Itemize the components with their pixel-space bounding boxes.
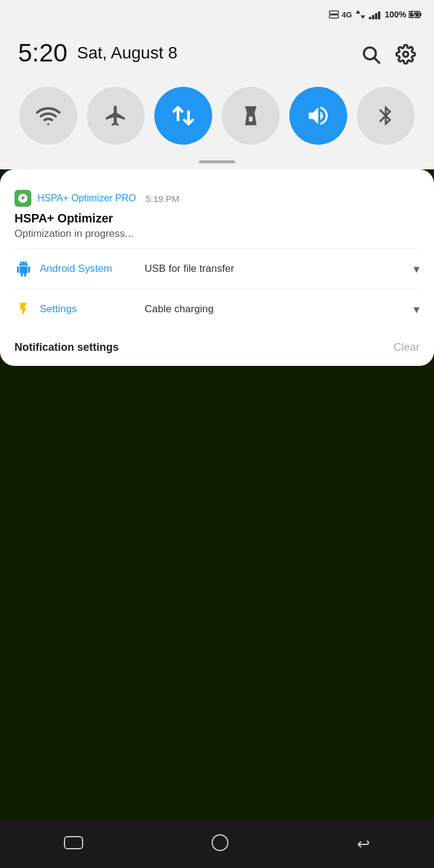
signal-icon <box>369 10 382 19</box>
settings-button[interactable] <box>395 42 416 64</box>
clear-button[interactable]: Clear <box>394 341 420 354</box>
hspa-app-name: HSPA+ Optimizer PRO <box>37 193 136 204</box>
recents-icon <box>64 836 83 849</box>
header-actions <box>360 42 416 64</box>
android-system-desc: USB for file transfer <box>145 263 409 275</box>
notif-header-hspa: HSPA+ Optimizer PRO 5:19 PM <box>14 190 420 207</box>
hspa-time: 5:19 PM <box>146 193 180 204</box>
notification-settings-button[interactable]: Notification settings <box>14 341 119 354</box>
home-button[interactable] <box>212 834 228 854</box>
notification-hspa: HSPA+ Optimizer PRO 5:19 PM HSPA+ Optimi… <box>14 181 420 249</box>
android-system-icon <box>14 260 33 278</box>
header-bar: 5:20 Sat, August 8 <box>0 29 434 77</box>
battery-icon <box>409 10 422 19</box>
svg-point-16 <box>47 123 49 125</box>
svg-rect-0 <box>329 11 338 14</box>
notification-android-system[interactable]: Android System USB for file transfer ▾ <box>14 249 420 289</box>
svg-rect-5 <box>372 15 374 19</box>
back-icon: ↩ <box>357 835 370 853</box>
tile-flashlight[interactable] <box>222 87 280 145</box>
status-bar: 4G 100% <box>0 0 434 29</box>
back-button[interactable]: ↩ <box>357 835 370 854</box>
hspa-title: HSPA+ Optimizer <box>14 212 420 225</box>
settings-app-name: Settings <box>40 303 136 315</box>
svg-marker-2 <box>356 10 360 14</box>
settings-chevron[interactable]: ▾ <box>414 302 420 316</box>
network-type: 4G <box>342 10 352 19</box>
tile-wifi[interactable] <box>19 87 77 145</box>
android-system-chevron[interactable]: ▾ <box>414 262 420 276</box>
hspa-body: Optimization in progress... <box>14 228 420 240</box>
svg-rect-1 <box>329 15 338 18</box>
battery-percentage: 100% <box>385 10 406 19</box>
settings-bolt-icon <box>14 300 33 318</box>
dark-background <box>0 366 434 703</box>
svg-rect-6 <box>375 13 377 19</box>
tile-sound[interactable] <box>289 87 347 145</box>
handle-bar <box>199 160 235 163</box>
notification-settings-charging[interactable]: Settings Cable charging ▾ <box>14 289 420 329</box>
android-system-app-name: Android System <box>40 263 136 275</box>
svg-marker-3 <box>360 16 365 19</box>
svg-line-14 <box>374 58 379 63</box>
home-icon <box>212 834 228 851</box>
status-icons: 4G 100% <box>329 9 422 20</box>
quick-tiles-panel <box>0 77 434 157</box>
storage-icon <box>329 9 339 20</box>
notification-panel: HSPA+ Optimizer PRO 5:19 PM HSPA+ Optimi… <box>0 169 434 366</box>
svg-rect-7 <box>378 11 380 19</box>
tile-bluetooth[interactable] <box>357 87 415 145</box>
data-arrows-icon <box>354 10 366 19</box>
nav-bar: ↩ <box>0 820 434 868</box>
settings-desc: Cable charging <box>145 303 409 315</box>
recents-button[interactable] <box>64 836 83 852</box>
tile-airplane[interactable] <box>87 87 145 145</box>
drawer-handle <box>0 157 434 169</box>
svg-point-15 <box>403 52 409 57</box>
svg-rect-4 <box>369 17 371 19</box>
date: Sat, August 8 <box>77 43 360 63</box>
notification-actions: Notification settings Clear <box>14 332 420 354</box>
hspa-app-icon <box>14 190 31 207</box>
search-button[interactable] <box>360 42 381 64</box>
tile-data[interactable] <box>154 87 212 145</box>
clock: 5:20 <box>18 39 68 68</box>
svg-rect-9 <box>420 13 422 16</box>
